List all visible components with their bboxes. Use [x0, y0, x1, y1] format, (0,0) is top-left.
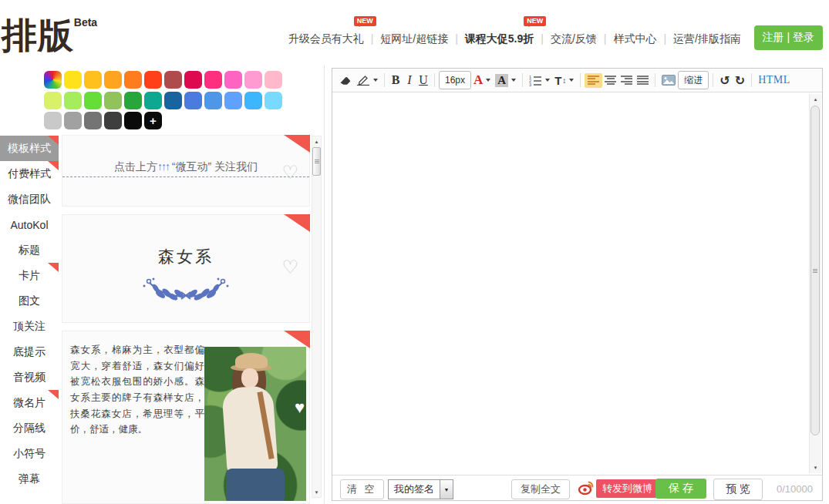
scroll-up-arrow[interactable]: ▲	[810, 94, 821, 105]
sidebar-item-label: 模板样式	[8, 142, 51, 156]
scroll-down-arrow[interactable]: ▼	[810, 462, 821, 473]
nav-style-center[interactable]: 样式中心	[612, 32, 658, 45]
background-color-button[interactable]: A	[493, 71, 518, 89]
sidebar-item-label: AutoKol	[10, 219, 48, 231]
color-swatch[interactable]	[64, 92, 82, 109]
color-swatch[interactable]	[244, 92, 262, 109]
color-swatch[interactable]	[265, 71, 282, 89]
sidebar-item-autokol[interactable]: AutoKol	[0, 212, 59, 237]
clear-format-eraser-icon[interactable]	[337, 71, 354, 89]
nav-guide[interactable]: 运营/排版指南	[672, 32, 743, 45]
sidebar-item-divider[interactable]: 分隔线	[0, 415, 59, 441]
sidebar-item-template-styles[interactable]: 模板样式	[0, 136, 59, 161]
color-swatch[interactable]	[124, 112, 142, 129]
add-color-swatch[interactable]: +	[144, 112, 162, 129]
preview-button[interactable]: 预 览	[713, 479, 763, 500]
color-swatch[interactable]	[204, 92, 222, 109]
editor-content[interactable]: ▲ ▼	[332, 93, 822, 474]
template-card-mori-girl-article[interactable]: 森女系，棉麻为主，衣型都偏宽大，穿着舒适，森女们偏好被宽松衣服包围的娇小感。森女…	[62, 331, 310, 504]
sidebar-item-cards[interactable]: 卡片	[0, 263, 59, 288]
signup-login-button[interactable]: 注册 | 登录	[754, 25, 823, 50]
sidebar-item-danmaku[interactable]: 弹幕	[0, 466, 59, 492]
undo-button[interactable]: ↺	[717, 71, 732, 89]
weibo-icon[interactable]	[577, 479, 595, 497]
share-to-weibo-button[interactable]: 转发到微博	[596, 479, 659, 498]
clear-button[interactable]: 清 空	[340, 479, 384, 499]
color-swatch[interactable]	[84, 112, 102, 129]
template-card-follow-us[interactable]: 点击上方↑↑↑ “微互动” 关注我们 ♡	[62, 135, 310, 207]
align-justify-button[interactable]	[635, 71, 651, 89]
template-scrollbar[interactable]: ▲ ▼	[312, 136, 322, 498]
sidebar-item-paid-styles[interactable]: 付费样式	[0, 161, 59, 186]
underline-button[interactable]: U	[416, 71, 430, 89]
sidebar-item-audio-video[interactable]: 音视频	[0, 365, 59, 390]
color-swatch[interactable]	[144, 92, 162, 109]
color-swatch[interactable]	[64, 112, 82, 129]
dropdown-arrow-icon[interactable]: ▼	[440, 479, 453, 499]
sidebar-item-image-text[interactable]: 图文	[0, 288, 59, 314]
favorite-heart-icon[interactable]: ♡	[281, 163, 298, 182]
color-swatch[interactable]	[104, 71, 122, 89]
font-size-selector[interactable]: 16px	[439, 71, 471, 89]
color-swatch[interactable]	[144, 71, 162, 89]
color-swatch[interactable]	[224, 92, 242, 109]
copy-all-button[interactable]: 复制全文	[511, 479, 570, 499]
color-swatch[interactable]	[104, 112, 122, 129]
color-swatch[interactable]	[84, 71, 102, 89]
font-color-button[interactable]: A	[471, 71, 493, 89]
color-swatch[interactable]	[164, 92, 182, 109]
rainbow-swatch[interactable]	[44, 71, 62, 89]
color-swatch[interactable]	[64, 71, 82, 89]
sidebar-item-label: 付费样式	[8, 167, 51, 181]
sidebar-item-bottom-tip[interactable]: 底提示	[0, 339, 59, 365]
ordered-list-button[interactable]: 123	[527, 71, 552, 89]
sidebar-item-small-symbols[interactable]: 小符号	[0, 441, 59, 466]
color-swatch[interactable]	[104, 92, 122, 109]
editor-scrollbar[interactable]: ▲ ▼	[809, 94, 821, 473]
scrollbar-thumb[interactable]	[312, 147, 321, 176]
align-center-button[interactable]	[602, 71, 618, 89]
sidebar-item-top-follow[interactable]: 顶关注	[0, 314, 59, 339]
scroll-down-arrow[interactable]: ▼	[312, 487, 321, 497]
color-swatch[interactable]	[124, 71, 142, 89]
italic-button[interactable]: I	[403, 71, 416, 89]
bold-button[interactable]: B	[389, 71, 403, 89]
align-right-button[interactable]	[618, 71, 635, 89]
color-swatch[interactable]	[164, 71, 182, 89]
color-swatch[interactable]	[265, 92, 282, 109]
color-swatch[interactable]	[124, 92, 142, 109]
nav-upgrade-member[interactable]: NEW升级会员有大礼	[287, 32, 366, 45]
sidebar-item-wechat-team[interactable]: 微信团队	[0, 186, 59, 212]
color-swatch[interactable]	[44, 112, 62, 129]
color-swatch[interactable]	[204, 71, 222, 89]
line-height-button[interactable]: T↕	[552, 71, 576, 89]
favorite-heart-icon[interactable]: ♥	[295, 399, 305, 416]
logo[interactable]: i排版Beta	[0, 12, 97, 60]
color-swatch[interactable]	[44, 92, 62, 109]
template-card-mori-girl-title[interactable]: 森女系	[62, 214, 310, 323]
signature-dropdown[interactable]: 我的签名 ▼	[388, 479, 453, 499]
nav-short-url[interactable]: 短网址/超链接	[379, 32, 450, 45]
nav-course-sale[interactable]: NEW课程大促5.9折	[463, 32, 535, 45]
color-swatch[interactable]	[224, 71, 242, 89]
sidebar-item-titles[interactable]: 标题	[0, 237, 59, 263]
scroll-up-arrow[interactable]: ▲	[312, 136, 321, 146]
align-center-icon	[605, 76, 616, 86]
align-left-button[interactable]	[585, 73, 602, 88]
color-swatch[interactable]	[244, 71, 262, 89]
nav-feedback[interactable]: 交流/反馈	[549, 32, 598, 45]
indent-button[interactable]: 缩进	[678, 71, 709, 89]
color-swatch[interactable]	[184, 92, 202, 109]
nav-separator: |	[371, 32, 374, 45]
sidebar-item-micro-card[interactable]: 微名片	[0, 390, 59, 415]
favorite-heart-icon[interactable]: ♡	[281, 258, 298, 277]
format-brush-pen-icon[interactable]	[354, 71, 380, 89]
scrollbar-thumb[interactable]	[810, 106, 820, 435]
redo-button[interactable]: ↻	[733, 71, 747, 89]
sidebar-item-label: 微信团队	[8, 193, 51, 207]
color-swatch[interactable]	[84, 92, 102, 109]
save-button[interactable]: 保 存	[655, 479, 706, 499]
html-view-button[interactable]: HTML	[756, 71, 793, 89]
insert-image-button[interactable]	[659, 71, 678, 89]
color-swatch[interactable]	[184, 71, 202, 89]
